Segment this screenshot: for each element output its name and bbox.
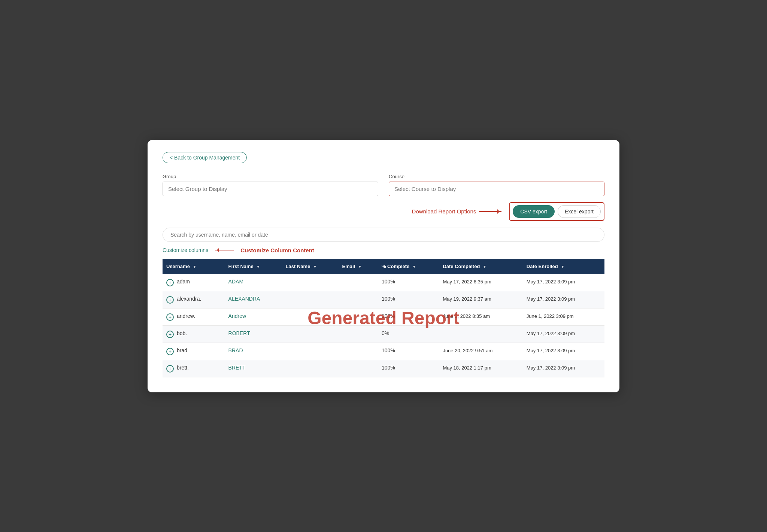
cell-lastname	[282, 308, 339, 325]
table-header: Username ▼ First Name ▼ Last Name ▼ Emai…	[163, 259, 604, 274]
excel-export-button[interactable]: Excel export	[558, 205, 601, 218]
cell-date-enrolled: May 17, 2022 3:09 pm	[523, 291, 604, 308]
cell-date-completed: May 19, 2022 9:37 am	[439, 291, 522, 308]
username-value: alexandra.	[177, 296, 201, 302]
cell-date-completed: June 20, 2022 9:51 am	[439, 343, 522, 360]
cell-date-enrolled: May 17, 2022 3:09 pm	[523, 360, 604, 377]
lastname-sort-icon: ▼	[313, 265, 317, 269]
back-button[interactable]: < Back to Group Management	[163, 152, 247, 163]
cell-lastname	[282, 343, 339, 360]
cell-firstname: ALEXANDRA	[225, 291, 282, 308]
expand-row-icon[interactable]: +	[166, 331, 174, 338]
cell-username: + andrew.	[163, 308, 225, 325]
cell-date-completed	[439, 325, 522, 343]
pct-sort-icon: ▼	[412, 265, 416, 269]
cell-firstname: BRETT	[225, 360, 282, 377]
date-enrolled-value: June 1, 2022 3:09 pm	[527, 313, 574, 319]
main-card: < Back to Group Management Group Course …	[148, 140, 619, 392]
username-value: adam	[177, 279, 190, 285]
date-completed-value: May 17, 2022 6:35 pm	[443, 279, 491, 285]
col-date-completed[interactable]: Date Completed ▼	[439, 259, 522, 274]
pct-complete-value: 100%	[382, 365, 395, 371]
cell-date-completed: June 2, 2022 8:35 am	[439, 308, 522, 325]
customize-columns-link[interactable]: Customize columns	[163, 247, 208, 253]
customize-row: Customize columns Customize Column Conte…	[163, 247, 604, 253]
cell-username: + alexandra.	[163, 291, 225, 308]
report-table: Username ▼ First Name ▼ Last Name ▼ Emai…	[163, 259, 604, 377]
date-enrolled-sort-icon: ▼	[561, 265, 564, 269]
cell-firstname: Andrew	[225, 308, 282, 325]
selectors-row: Group Course	[163, 174, 604, 196]
course-select[interactable]	[389, 182, 604, 196]
date-enrolled-value: May 17, 2022 3:09 pm	[527, 296, 575, 302]
cell-lastname	[282, 325, 339, 343]
date-enrolled-value: May 17, 2022 3:09 pm	[527, 331, 575, 336]
cell-date-completed: May 17, 2022 6:35 pm	[439, 274, 522, 291]
firstname-value: ADAM	[228, 279, 243, 285]
customize-label: Customize Column Content	[240, 247, 314, 253]
cell-pct-complete: 100%	[378, 291, 439, 308]
course-label: Course	[389, 174, 604, 179]
date-completed-value: June 2, 2022 8:35 am	[443, 313, 490, 319]
cell-lastname	[282, 274, 339, 291]
cell-firstname: ROBERT	[225, 325, 282, 343]
csv-export-button[interactable]: CSV export	[513, 205, 555, 218]
pct-complete-value: 100%	[382, 313, 395, 319]
cell-date-enrolled: May 17, 2022 3:09 pm	[523, 274, 604, 291]
col-date-enrolled[interactable]: Date Enrolled ▼	[523, 259, 604, 274]
group-label: Group	[163, 174, 378, 179]
cell-email	[338, 274, 378, 291]
expand-row-icon[interactable]: +	[166, 348, 174, 355]
group-selector-group: Group	[163, 174, 378, 196]
cell-pct-complete: 100%	[378, 308, 439, 325]
expand-row-icon[interactable]: +	[166, 365, 174, 373]
download-label-wrap: Download Report Options	[412, 208, 505, 215]
cell-firstname: BRAD	[225, 343, 282, 360]
export-buttons-group: CSV export Excel export	[509, 202, 604, 221]
pct-complete-value: 100%	[382, 279, 395, 285]
pct-complete-value: 100%	[382, 347, 395, 353]
col-pct-complete[interactable]: % Complete ▼	[378, 259, 439, 274]
cell-email	[338, 291, 378, 308]
col-lastname[interactable]: Last Name ▼	[282, 259, 339, 274]
customize-arrow-icon	[215, 250, 234, 250]
col-email[interactable]: Email ▼	[338, 259, 378, 274]
cell-pct-complete: 100%	[378, 274, 439, 291]
cell-date-enrolled: May 17, 2022 3:09 pm	[523, 325, 604, 343]
col-username[interactable]: Username ▼	[163, 259, 225, 274]
table-row: + alexandra. ALEXANDRA 100% May 19, 2022…	[163, 291, 604, 308]
username-value: bob.	[177, 330, 187, 336]
group-select[interactable]	[163, 182, 378, 196]
expand-row-icon[interactable]: +	[166, 296, 174, 304]
date-enrolled-value: May 17, 2022 3:09 pm	[527, 365, 575, 371]
username-value: brett.	[177, 365, 189, 371]
cell-email	[338, 360, 378, 377]
expand-row-icon[interactable]: +	[166, 313, 174, 321]
table-row: + andrew. Andrew 100% June 2, 2022 8:35 …	[163, 308, 604, 325]
cell-pct-complete: 100%	[378, 343, 439, 360]
report-table-wrap: Username ▼ First Name ▼ Last Name ▼ Emai…	[163, 259, 604, 377]
firstname-value: BRETT	[228, 365, 246, 371]
username-value: brad	[177, 347, 187, 353]
cell-lastname	[282, 360, 339, 377]
download-row: Download Report Options CSV export Excel…	[163, 202, 604, 221]
cell-date-completed: May 18, 2022 1:17 pm	[439, 360, 522, 377]
cell-lastname	[282, 291, 339, 308]
search-input[interactable]	[163, 228, 604, 242]
pct-complete-value: 100%	[382, 296, 395, 302]
cell-email	[338, 325, 378, 343]
table-row: + adam ADAM 100% May 17, 2022 6:35 pm Ma…	[163, 274, 604, 291]
expand-row-icon[interactable]: +	[166, 279, 174, 286]
email-sort-icon: ▼	[358, 265, 362, 269]
cell-firstname: ADAM	[225, 274, 282, 291]
cell-email	[338, 308, 378, 325]
download-arrow-icon	[479, 211, 501, 212]
cell-date-enrolled: May 17, 2022 3:09 pm	[523, 343, 604, 360]
cell-username: + brad	[163, 343, 225, 360]
pct-complete-value: 0%	[382, 330, 389, 336]
cell-pct-complete: 100%	[378, 360, 439, 377]
col-firstname[interactable]: First Name ▼	[225, 259, 282, 274]
firstname-value: Andrew	[228, 313, 246, 319]
date-enrolled-value: May 17, 2022 3:09 pm	[527, 279, 575, 285]
cell-username: + brett.	[163, 360, 225, 377]
